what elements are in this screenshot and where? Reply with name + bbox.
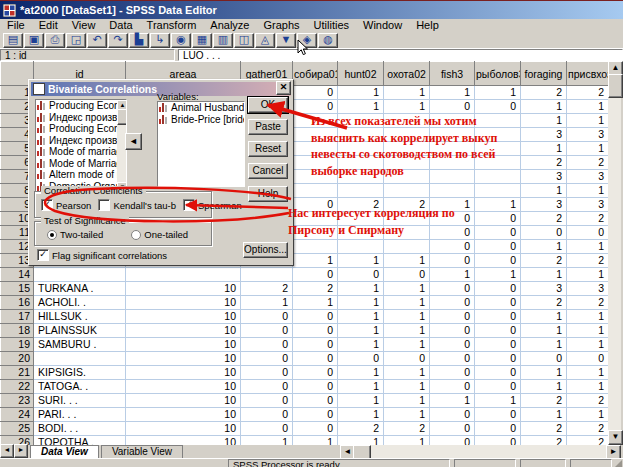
cell[interactable]: 10 bbox=[126, 352, 241, 366]
cell[interactable]: 10 bbox=[126, 394, 241, 408]
options-button[interactable]: Options... bbox=[243, 242, 288, 258]
cell[interactable]: 1 bbox=[384, 366, 430, 380]
cell[interactable]: 0 bbox=[241, 352, 293, 366]
pearson-checkbox[interactable]: ✓ bbox=[41, 199, 53, 211]
cell[interactable]: 1 bbox=[567, 114, 609, 128]
cell[interactable] bbox=[475, 184, 521, 198]
cell[interactable]: 2 bbox=[567, 436, 609, 446]
menu-transform[interactable]: Transform bbox=[140, 19, 204, 32]
reset-button[interactable]: Reset bbox=[248, 141, 288, 157]
cell[interactable]: 1 bbox=[567, 184, 609, 198]
cell[interactable]: 0 bbox=[430, 436, 475, 446]
col-header-собира01[interactable]: собира01 bbox=[293, 62, 338, 86]
cell[interactable]: 1 bbox=[338, 310, 384, 324]
cell[interactable]: 1 bbox=[521, 408, 567, 422]
cell[interactable]: 0 bbox=[430, 310, 475, 324]
open-file-icon[interactable]: ▤ bbox=[3, 33, 23, 48]
cell[interactable]: 0 bbox=[241, 394, 293, 408]
source-variable[interactable]: Mode of Marriage [ bbox=[36, 158, 126, 170]
cell[interactable]: 0 bbox=[475, 282, 521, 296]
resize-grip[interactable] bbox=[614, 460, 622, 467]
cell[interactable]: 1 bbox=[293, 436, 338, 446]
menu-analyze[interactable]: Analyze bbox=[203, 19, 256, 32]
insert-variable-icon[interactable]: ▥ bbox=[213, 33, 233, 48]
col-header-foraging[interactable]: foraging bbox=[521, 62, 567, 86]
split-file-icon[interactable]: ◫ bbox=[234, 33, 254, 48]
cell[interactable]: 1 bbox=[567, 240, 609, 254]
vertical-scroll-thumb[interactable] bbox=[608, 74, 623, 98]
row-header-17[interactable]: 17 bbox=[1, 310, 34, 324]
row-header-18[interactable]: 18 bbox=[1, 324, 34, 338]
menu-data[interactable]: Data bbox=[102, 19, 139, 32]
cell[interactable]: 1 bbox=[384, 394, 430, 408]
cell[interactable]: 3 bbox=[567, 198, 609, 212]
cell[interactable]: 10 bbox=[126, 366, 241, 380]
cell[interactable]: 0 bbox=[384, 352, 430, 366]
cell[interactable]: 1 bbox=[384, 86, 430, 100]
cell[interactable]: 2 bbox=[521, 254, 567, 268]
cell[interactable]: 0 bbox=[521, 226, 567, 240]
menu-view[interactable]: View bbox=[65, 19, 103, 32]
cell[interactable]: 0 bbox=[293, 310, 338, 324]
cell[interactable]: 1 bbox=[338, 282, 384, 296]
cell[interactable]: 10 bbox=[126, 422, 241, 436]
cell[interactable]: 0 bbox=[293, 408, 338, 422]
row-header-14[interactable]: 14 bbox=[1, 268, 34, 282]
cell[interactable]: 1 bbox=[384, 338, 430, 352]
cell-id[interactable] bbox=[34, 268, 126, 282]
source-variable[interactable]: Индекс производ bbox=[36, 135, 126, 147]
cell[interactable]: 0 bbox=[293, 422, 338, 436]
cell[interactable]: 2 bbox=[567, 254, 609, 268]
cell[interactable]: 2 bbox=[567, 422, 609, 436]
cell[interactable] bbox=[384, 240, 430, 254]
cell-id[interactable]: SURI. . . bbox=[34, 394, 126, 408]
row-header-20[interactable]: 20 bbox=[1, 352, 34, 366]
cell[interactable]: 10 bbox=[126, 380, 241, 394]
cell[interactable]: 1 bbox=[475, 268, 521, 282]
cell[interactable]: 10 bbox=[126, 338, 241, 352]
cell[interactable]: 0 bbox=[293, 366, 338, 380]
menu-edit[interactable]: Edit bbox=[32, 19, 65, 32]
cell[interactable]: 2 bbox=[567, 156, 609, 170]
row-header-25[interactable]: 25 bbox=[1, 422, 34, 436]
redo-icon[interactable]: ↷ bbox=[108, 33, 128, 48]
cell[interactable]: 3 bbox=[521, 282, 567, 296]
cell-id[interactable]: ACHOLI. . bbox=[34, 296, 126, 310]
cell[interactable]: 1 bbox=[293, 296, 338, 310]
cell[interactable]: 2 bbox=[521, 296, 567, 310]
save-file-icon[interactable]: ▣ bbox=[24, 33, 44, 48]
dialog-recall-icon[interactable]: ◲ bbox=[66, 33, 86, 48]
tab-scroll-right-icon[interactable]: ► bbox=[14, 444, 28, 458]
cell[interactable]: 0 bbox=[293, 268, 338, 282]
dialog-close-icon[interactable]: ✕ bbox=[276, 81, 291, 95]
cell[interactable]: 0 bbox=[567, 226, 609, 240]
cell[interactable] bbox=[338, 184, 384, 198]
cell[interactable]: 1 bbox=[338, 324, 384, 338]
goto-chart-icon[interactable]: ▙ bbox=[129, 33, 149, 48]
cancel-button[interactable]: Cancel bbox=[248, 163, 288, 179]
cell[interactable]: 0 bbox=[293, 380, 338, 394]
cell[interactable]: 1 bbox=[338, 366, 384, 380]
tab-scroll-left-icon[interactable]: ◄ bbox=[0, 444, 14, 458]
cell[interactable]: 0 bbox=[475, 422, 521, 436]
cell[interactable]: 0 bbox=[475, 380, 521, 394]
weight-cases-icon[interactable]: ◬ bbox=[255, 33, 275, 48]
cell[interactable]: 1 bbox=[567, 310, 609, 324]
cell[interactable]: 0 bbox=[293, 86, 338, 100]
cell[interactable]: 1 bbox=[338, 296, 384, 310]
cell[interactable]: 3 bbox=[521, 128, 567, 142]
col-header-fish3[interactable]: fish3 bbox=[430, 62, 475, 86]
cell[interactable]: 2 bbox=[521, 394, 567, 408]
cell[interactable]: 1 bbox=[241, 296, 293, 310]
cell[interactable] bbox=[293, 184, 338, 198]
cell-id[interactable]: HILLSUK . bbox=[34, 310, 126, 324]
cell[interactable]: 0 bbox=[241, 380, 293, 394]
cell-id[interactable]: TATOGA. . bbox=[34, 380, 126, 394]
col-header-рыболов3[interactable]: рыболов3 bbox=[475, 62, 521, 86]
cell-id[interactable]: TURKANA . bbox=[34, 282, 126, 296]
cell[interactable]: 10 bbox=[126, 436, 241, 446]
cell[interactable] bbox=[293, 240, 338, 254]
cell[interactable]: 1 bbox=[338, 100, 384, 114]
cell[interactable]: 1 bbox=[567, 100, 609, 114]
cell[interactable]: 0 bbox=[430, 352, 475, 366]
